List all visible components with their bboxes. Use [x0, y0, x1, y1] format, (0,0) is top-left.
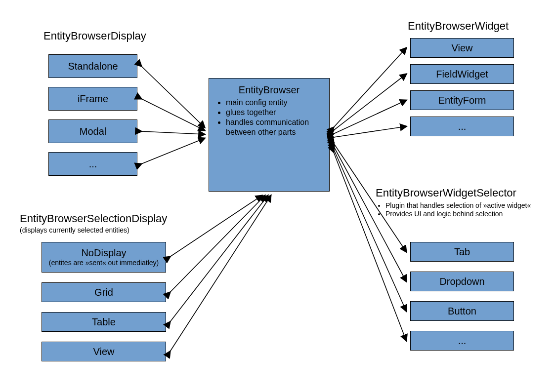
selection-subheading: (displays currently selected entities)	[20, 226, 167, 234]
display-heading: EntityBrowserDisplay	[43, 30, 146, 42]
entity-browser-bullets: main config entity glues together handle…	[216, 98, 322, 137]
widget-item-fieldwidget: FieldWidget	[410, 64, 514, 84]
display-item-modal: Modal	[48, 119, 137, 143]
selection-item-nodisplay: NoDisplay (entites are »sent« out immedi…	[42, 242, 166, 273]
selection-item-label: NoDisplay	[45, 247, 163, 259]
selection-item-grid: Grid	[42, 282, 166, 302]
svg-line-3	[141, 138, 205, 164]
selector-item-dropdown: Dropdown	[410, 272, 514, 291]
display-item-label: Modal	[49, 125, 137, 138]
svg-line-6	[334, 100, 406, 134]
widget-selector-bullet: Provides UI and logic behind selection	[385, 210, 549, 218]
widget-selector-bullet: Plugin that handles selection of »active…	[385, 201, 549, 210]
svg-line-7	[334, 126, 406, 137]
entity-browser-bullet: main config entity	[226, 98, 322, 108]
svg-line-0	[141, 66, 205, 127]
widget-heading-text: EntityBrowserWidget	[408, 20, 509, 32]
svg-line-15	[334, 152, 406, 341]
selector-item-label: Button	[411, 305, 513, 318]
entity-browser-bullet: glues together	[226, 108, 322, 118]
svg-line-4	[334, 48, 406, 127]
widget-selector-heading-text: EntityBrowserWidgetSelector	[376, 187, 516, 199]
display-item-label: iFrame	[49, 92, 137, 106]
svg-line-1	[141, 99, 205, 130]
selection-heading-text: EntityBrowserSelectionDisplay	[20, 212, 167, 225]
display-item-iframe: iFrame	[48, 87, 137, 111]
widget-item-label: ...	[411, 120, 513, 133]
widget-item-label: FieldWidget	[411, 68, 513, 81]
widget-item-view: View	[410, 38, 514, 58]
selector-item-more: ...	[410, 331, 514, 351]
svg-line-2	[141, 131, 205, 134]
widget-item-label: View	[411, 41, 513, 55]
widget-selector-heading: EntityBrowserWidgetSelector Plugin that …	[376, 187, 549, 218]
svg-line-11	[170, 196, 271, 352]
svg-line-5	[334, 74, 406, 130]
widget-selector-bullets: Plugin that handles selection of »active…	[376, 201, 549, 218]
selection-item-sublabel: (entites are »sent« out immediatley)	[45, 259, 163, 267]
display-item-standalone: Standalone	[48, 54, 137, 78]
selection-item-label: View	[42, 345, 166, 358]
selection-item-label: Table	[42, 315, 166, 329]
widget-item-label: EntityForm	[411, 94, 513, 107]
display-item-more: ...	[48, 152, 137, 176]
svg-line-14	[334, 149, 406, 311]
selector-item-label: ...	[411, 334, 513, 348]
entity-browser-title: EntityBrowser	[216, 84, 322, 96]
selector-item-label: Tab	[411, 245, 513, 259]
svg-line-9	[170, 196, 265, 292]
selection-item-table: Table	[42, 312, 166, 332]
display-item-label: Standalone	[49, 60, 137, 73]
selection-item-view: View	[42, 342, 166, 361]
selection-item-label: Grid	[42, 286, 166, 299]
entity-browser-bullet: handles communication between other part…	[226, 118, 322, 137]
selector-item-button: Button	[410, 301, 514, 321]
svg-line-10	[170, 196, 268, 322]
widget-item-more: ...	[410, 117, 514, 136]
selection-heading: EntityBrowserSelectionDisplay (displays …	[20, 212, 167, 234]
display-item-label: ...	[49, 157, 137, 171]
svg-line-8	[170, 196, 262, 257]
selector-item-tab: Tab	[410, 242, 514, 262]
widget-heading: EntityBrowserWidget	[408, 20, 509, 33]
widget-item-entityform: EntityForm	[410, 90, 514, 110]
display-heading-text: EntityBrowserDisplay	[43, 30, 146, 42]
entity-browser-box: EntityBrowser main config entity glues t…	[209, 78, 330, 192]
selector-item-label: Dropdown	[411, 275, 513, 288]
